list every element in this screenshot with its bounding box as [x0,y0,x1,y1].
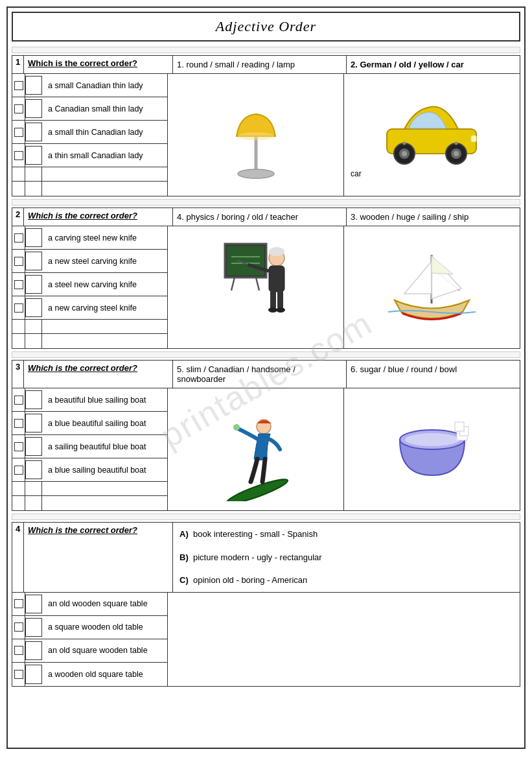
question-title-1: Which is the correct order? [24,56,173,73]
option-text-4-4: a wooden old square table [44,663,167,686]
question-title-2: Which is the correct order? [24,208,173,226]
svg-point-32 [233,424,240,431]
option-row-4-4: a wooden old square table [12,663,167,686]
checkbox-2-2[interactable] [12,250,25,272]
checkbox-2-3[interactable] [12,273,25,296]
prompt-2b: 3. wooden / huge / sailing / ship [347,208,520,226]
checkbox-4-1[interactable] [12,593,25,615]
svg-point-37 [405,433,459,446]
checkbox-2-4[interactable] [12,296,25,319]
inner-box-1-2 [25,99,42,118]
q4-label-c: C) [179,575,189,585]
question-body-2: a carving steel new knife a new steel ca… [12,226,520,348]
question-title-3: Which is the correct order? [24,361,173,388]
option-row-1-2: a Canadian small thin lady [12,97,167,121]
option-row-3-1: a beautiful blue sailing boat [12,388,167,412]
checkbox-3-1[interactable] [12,388,25,411]
image-col-bowl [344,388,520,510]
option-text-4-3: an old square wooden table [44,639,167,662]
option-text-4-1: an old wooden square table [44,593,167,615]
q4-item-c: C) opinion old - boring - American [179,574,513,587]
ship-icon [385,242,479,333]
extra-row-1-1 [12,167,167,182]
svg-line-15 [231,278,235,290]
inner-box-2-1 [25,228,42,247]
checkbox-2-1[interactable] [12,226,25,249]
checkbox-3-2[interactable] [12,412,25,434]
prompt-3a: 5. slim / Canadian / handsome / snowboar… [173,361,347,388]
inner-box-4-3 [25,641,42,660]
checkbox-4-3[interactable] [12,639,25,662]
svg-rect-23 [277,290,283,309]
option-row-2-2: a new steel carving knife [12,250,167,273]
option-row-3-3: a sailing beautiful blue boat [12,435,167,458]
car-label: car [348,169,516,178]
section-divider-3 [12,351,520,358]
q4-item-b: B) picture modern - ugly - rectangular [179,551,513,564]
prompt-2a: 4. physics / boring / old / teacher [173,208,347,226]
checkbox-3-4[interactable] [12,458,25,481]
question-number-2: 2 [12,208,24,226]
checkbox-1-4[interactable] [12,144,25,167]
q4-text-b: picture modern - ugly - rectangular [193,552,322,562]
inner-box-4-2 [25,618,42,637]
q4-text-a: book interesting - small - Spanish [193,529,318,539]
option-text-2-2: a new steel carving knife [44,250,167,272]
extra-row-3-2 [12,496,167,510]
option-text-2-3: a steel new carving knife [44,273,167,296]
lamp-icon [220,89,292,180]
question-title-4: Which is the correct order? [24,523,173,592]
prompt-1b: 2. German / old / yellow / car [347,56,520,73]
checkbox-3-3[interactable] [12,435,25,458]
option-text-3-4: a blue sailing beautiful boat [44,458,167,481]
svg-point-25 [276,307,285,313]
question-body-3: a beautiful blue sailing boat a blue bea… [12,388,520,510]
option-row-1-4: a thin small Canadian lady [12,144,167,167]
option-row-3-4: a blue sailing beautiful boat [12,458,167,482]
checkbox-1-3[interactable] [12,121,25,143]
inner-box-2-4 [25,298,42,317]
inner-box-1-4 [25,146,42,165]
option-row-1-3: a small thin Canadian lady [12,121,167,144]
inner-box-1-3 [25,123,42,141]
image-col-snowboarder [168,388,344,510]
option-row-3-2: a blue beautiful sailing boat [12,412,167,435]
q4-label-b: B) [179,552,189,562]
option-text-1-3: a small thin Canadian lady [44,121,167,143]
options-col-4: an old wooden square table a square wood… [12,593,168,686]
question-header-3: 3 Which is the correct order? 5. slim / … [12,361,520,388]
checkbox-4-4[interactable] [12,663,25,686]
image-col-car: car [344,74,520,196]
teacher-icon [218,232,293,342]
question-number-4: 4 [12,523,24,592]
options-col-2: a carving steel new knife a new steel ca… [12,226,168,348]
q4-item-a: A) book interesting - small - Spanish [179,528,513,541]
option-row-2-4: a new carving steel knife [12,296,167,320]
option-text-1-2: a Canadian small thin lady [44,97,167,120]
option-text-3-3: a sailing beautiful blue boat [44,435,167,458]
checkbox-1-2[interactable] [12,97,25,120]
inner-box-2-2 [25,252,42,270]
inner-box-2-3 [25,275,42,294]
option-text-2-4: a new carving steel knife [44,296,167,319]
checkbox-4-2[interactable] [12,616,25,639]
extra-row-3-1 [12,482,167,496]
question-number-3: 3 [12,361,24,388]
section-divider-4 [12,514,520,520]
bowl-icon [387,404,478,495]
checkbox-1-1[interactable] [12,74,25,97]
section-divider-1 [12,47,520,53]
extra-row-2-2 [12,334,167,348]
inner-box-1-1 [25,76,42,95]
option-row-2-1: a carving steel new knife [12,226,167,250]
svg-point-2 [238,132,274,140]
section-divider-2 [12,199,520,206]
inner-box-3-1 [25,390,42,409]
svg-point-6 [402,151,407,156]
svg-point-9 [454,151,459,156]
question-block-1: 1 Which is the correct order? 1. round /… [12,55,520,196]
question-body-4: an old wooden square table a square wood… [12,593,520,686]
option-row-2-3: a steel new carving knife [12,273,167,296]
question-number-1: 1 [12,56,24,73]
extra-row-1-2 [12,182,167,196]
